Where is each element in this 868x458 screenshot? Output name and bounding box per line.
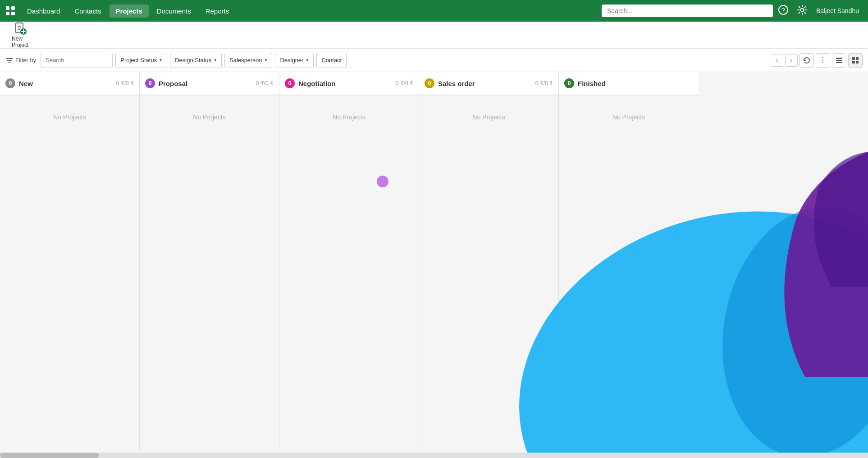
contact-dropdown[interactable]: Contact [316, 53, 347, 68]
svg-rect-0 [6, 6, 9, 10]
user-name-label[interactable]: Baljeet Sandhu [813, 5, 863, 16]
contact-label: Contact [321, 57, 342, 63]
col-stats-proposal: 0 ₹/0 ₹ [256, 80, 274, 86]
col-header-new: 0 New 0 ₹/0 ₹ [0, 72, 139, 95]
kanban-col-finished: 0 Finished No Projects [559, 72, 699, 451]
list-view-icon [836, 57, 843, 64]
col-badge-proposal: 0 [145, 78, 155, 88]
no-projects-finished: No Projects [612, 113, 645, 121]
no-projects-negotiation: No Projects [333, 113, 365, 121]
nav-projects[interactable]: Projects [110, 5, 149, 18]
svg-rect-2 [6, 12, 9, 15]
col-badge-finished: 0 [564, 78, 574, 88]
scrollbar-track[interactable] [0, 453, 868, 458]
kanban-view-button[interactable] [848, 53, 863, 68]
svg-rect-19 [836, 62, 842, 63]
col-header-finished: 0 Finished [559, 72, 699, 95]
new-project-button[interactable]: NewProject [7, 20, 33, 50]
svg-rect-20 [852, 57, 855, 60]
kanban-col-proposal: 0 Proposal 0 ₹/0 ₹ No Projects [140, 72, 279, 451]
col-body-sales-order: No Projects [419, 95, 558, 451]
col-badge-new: 0 [5, 78, 15, 88]
scrollbar-thumb[interactable] [0, 453, 99, 458]
col-title-finished: Finished [578, 80, 690, 87]
project-status-label: Project Status [120, 57, 157, 63]
col-badge-sales-order: 0 [425, 78, 434, 88]
col-header-proposal: 0 Proposal 0 ₹/0 ₹ [140, 72, 279, 95]
col-header-negotiation: 0 Negotiation 0 ₹/0 ₹ [279, 72, 419, 95]
top-nav: Dashboard Contacts Projects Documents Re… [0, 0, 868, 22]
svg-text:?: ? [781, 7, 785, 14]
prev-button[interactable]: ‹ [771, 54, 783, 67]
design-status-dropdown[interactable]: Design Status ▾ [170, 53, 222, 68]
no-projects-proposal: No Projects [193, 113, 225, 121]
svg-rect-3 [11, 12, 15, 15]
kanban-board: 0 New 0 ₹/0 ₹ No Projects 0 Proposal 0 ₹… [0, 72, 699, 451]
new-project-icon [14, 22, 27, 35]
more-options-button[interactable]: ⋮ [816, 53, 830, 68]
col-body-new: No Projects [0, 95, 139, 451]
salesperson-label: Salesperson [229, 57, 262, 63]
col-title-sales-order: Sales order [438, 80, 532, 87]
col-header-sales-order: 0 Sales order 0 ₹/0 ₹ [419, 72, 558, 95]
col-badge-negotiation: 0 [285, 78, 295, 88]
svg-rect-21 [856, 57, 859, 60]
search-input[interactable] [602, 5, 773, 17]
filter-actions: ‹ › ⋮ [771, 53, 863, 68]
nav-contacts[interactable]: Contacts [68, 5, 107, 18]
kanban-view-icon [852, 57, 859, 64]
svg-rect-17 [836, 58, 842, 59]
filter-bar: Filter by Project Status ▾ Design Status… [0, 49, 868, 72]
no-projects-new: No Projects [53, 113, 86, 121]
svg-rect-1 [11, 6, 15, 10]
chevron-down-icon: ▾ [160, 57, 162, 63]
col-stats-negotiation: 0 ₹/0 ₹ [396, 80, 413, 86]
chevron-down-icon: ▾ [306, 57, 309, 63]
design-status-label: Design Status [175, 57, 211, 63]
designer-label: Designer [280, 57, 303, 63]
col-stats-sales-order: 0 ₹/0 ₹ [535, 80, 553, 86]
purple-deco [769, 152, 868, 377]
chevron-down-icon: ▾ [214, 57, 217, 63]
next-button[interactable]: › [785, 54, 798, 67]
kanban-col-negotiation: 0 Negotiation 0 ₹/0 ₹ No Projects [279, 72, 419, 451]
kanban-col-new: 0 New 0 ₹/0 ₹ No Projects [0, 72, 140, 451]
grid-icon[interactable] [5, 6, 15, 16]
svg-rect-18 [836, 60, 842, 61]
filter-by-text: Filter by [15, 57, 36, 63]
toolbar: NewProject [0, 22, 868, 49]
filter-by-label: Filter by [5, 56, 36, 64]
col-body-finished: No Projects [559, 95, 699, 451]
new-project-label: NewProject [12, 36, 28, 48]
col-title-new: New [19, 80, 113, 87]
chevron-down-icon: ▾ [265, 57, 267, 63]
svg-rect-22 [852, 61, 855, 63]
col-body-negotiation: No Projects [279, 95, 419, 451]
list-view-button[interactable] [832, 53, 846, 68]
help-icon[interactable]: ? [775, 3, 792, 19]
refresh-icon [803, 57, 810, 64]
search-filter-input[interactable] [41, 53, 113, 68]
settings-icon[interactable] [794, 3, 811, 19]
col-stats-new: 0 ₹/0 ₹ [116, 80, 134, 86]
nav-dashboard[interactable]: Dashboard [21, 5, 66, 18]
col-body-proposal: No Projects [140, 95, 279, 451]
no-projects-sales-order: No Projects [472, 113, 505, 121]
filter-icon [5, 56, 14, 64]
kanban-board-wrapper: 0 New 0 ₹/0 ₹ No Projects 0 Proposal 0 ₹… [0, 72, 868, 451]
project-status-dropdown[interactable]: Project Status ▾ [115, 53, 167, 68]
designer-dropdown[interactable]: Designer ▾ [275, 53, 314, 68]
svg-rect-23 [856, 61, 859, 63]
refresh-button[interactable] [799, 53, 814, 68]
col-title-negotiation: Negotiation [298, 80, 392, 87]
col-title-proposal: Proposal [159, 80, 252, 87]
nav-reports[interactable]: Reports [199, 5, 236, 18]
svg-point-25 [703, 192, 868, 458]
svg-point-6 [801, 8, 804, 11]
salesperson-dropdown[interactable]: Salesperson ▾ [224, 53, 272, 68]
kanban-col-sales-order: 0 Sales order 0 ₹/0 ₹ No Projects [419, 72, 559, 451]
nav-documents[interactable]: Documents [151, 5, 197, 18]
